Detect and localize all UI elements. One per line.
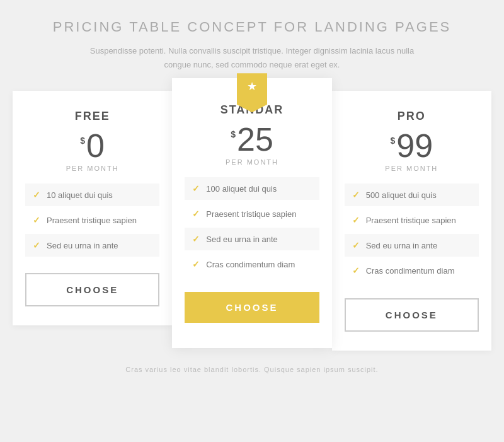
check-icon: ✓: [352, 190, 360, 200]
feature-text: Cras condimentum diam: [206, 260, 295, 269]
feature-text: 10 aliquet dui quis: [47, 190, 113, 200]
page-subtitle: Suspendisse potenti. Nulla convallis sus…: [82, 44, 422, 72]
check-icon: ✓: [352, 265, 360, 276]
page-title: PRICING TABLE CONCEPT FOR LANDING PAGES: [53, 19, 451, 35]
card-pro: PRO $ 99 PER MONTH ✓ 500 aliquet dui qui…: [332, 91, 491, 351]
price-period-free: PER MONTH: [66, 165, 119, 172]
price-row-pro: $ 99: [391, 129, 433, 162]
plan-name-pro: PRO: [398, 110, 426, 123]
check-icon: ✓: [192, 234, 200, 244]
feature-item: ✓ Praesent tristique sapien: [345, 209, 479, 231]
feature-text: Sed eu urna in ante: [206, 235, 277, 244]
check-icon: ✓: [192, 259, 200, 269]
price-row-free: $ 0: [80, 129, 105, 162]
check-icon: ✓: [352, 240, 360, 250]
feature-text: 100 aliquet dui quis: [206, 184, 277, 194]
choose-button-pro[interactable]: CHOOSE: [345, 298, 479, 332]
feature-item: ✓ Praesent tristique sapien: [25, 209, 159, 231]
features-pro: ✓ 500 aliquet dui quis ✓ Praesent tristi…: [345, 183, 479, 284]
check-icon: ✓: [33, 190, 40, 200]
star-icon: ★: [247, 79, 257, 93]
check-icon: ✓: [33, 215, 40, 225]
feature-item: ✓ 10 aliquet dui quis: [25, 183, 159, 206]
choose-button-standard[interactable]: CHOOSE: [185, 292, 319, 323]
pricing-cards: FREE $ 0 PER MONTH ✓ 10 aliquet dui quis…: [13, 91, 491, 351]
feature-item: ✓ 500 aliquet dui quis: [345, 183, 479, 206]
card-standard: ★ STANDAR $ 25 PER MONTH ✓ 100 aliquet d…: [172, 78, 331, 348]
feature-text: Cras condimentum diam: [366, 266, 455, 276]
price-dollar-free: $: [80, 136, 85, 146]
price-amount-pro: 99: [396, 129, 433, 162]
choose-button-free[interactable]: CHOOSE: [25, 273, 159, 306]
plan-name-free: FREE: [75, 110, 110, 123]
feature-text: Sed eu urna in ante: [366, 241, 437, 250]
features-standard: ✓ 100 aliquet dui quis ✓ Praesent tristi…: [185, 177, 319, 278]
feature-item: ✓ Cras condimentum diam: [345, 259, 479, 282]
feature-item: ✓ Sed eu urna in ante: [345, 234, 479, 257]
feature-text: 500 aliquet dui quis: [366, 190, 437, 200]
check-icon: ✓: [192, 183, 200, 194]
feature-item: ✓ Cras condimentum diam: [185, 253, 319, 276]
check-icon: ✓: [192, 209, 200, 219]
feature-item: ✓ Sed eu urna in ante: [185, 228, 319, 250]
feature-item: ✓ Praesent tristique sapien: [185, 202, 319, 225]
feature-item: ✓ 100 aliquet dui quis: [185, 177, 319, 200]
check-icon: ✓: [352, 215, 360, 225]
feature-text: Praesent tristique sapien: [47, 216, 137, 225]
features-free: ✓ 10 aliquet dui quis ✓ Praesent tristiq…: [25, 183, 159, 259]
footer-text: Cras varius leo vitae blandit lobortis. …: [125, 366, 378, 373]
price-dollar-standard: $: [231, 129, 236, 139]
price-amount-standard: 25: [237, 123, 273, 156]
feature-text: Praesent tristique sapien: [206, 209, 296, 219]
price-dollar-pro: $: [391, 136, 396, 146]
feature-item: ✓ Sed eu urna in ante: [25, 234, 159, 257]
price-amount-free: 0: [86, 129, 105, 162]
feature-text: Sed eu urna in ante: [47, 241, 118, 250]
price-row-standard: $ 25: [231, 123, 273, 156]
check-icon: ✓: [33, 240, 40, 250]
feature-text: Praesent tristique sapien: [366, 216, 456, 225]
featured-badge: ★: [237, 73, 267, 112]
price-period-pro: PER MONTH: [385, 165, 438, 172]
price-period-standard: PER MONTH: [226, 158, 278, 166]
card-free: FREE $ 0 PER MONTH ✓ 10 aliquet dui quis…: [13, 91, 172, 325]
